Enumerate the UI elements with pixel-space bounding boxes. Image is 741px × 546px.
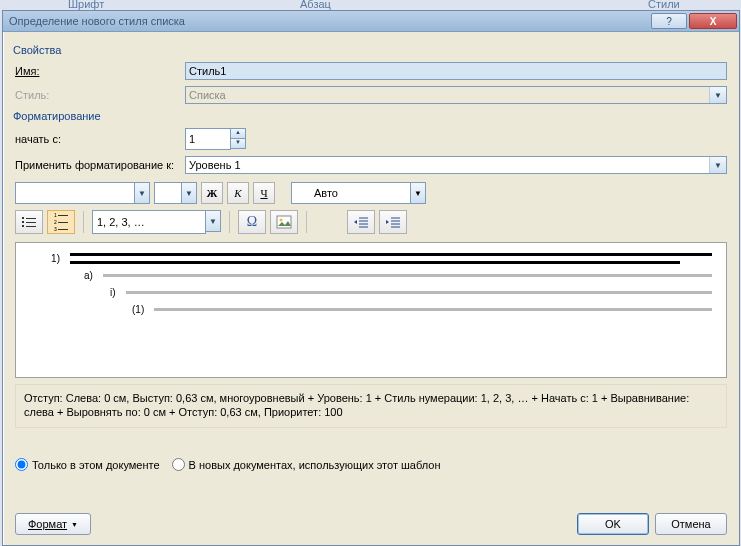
increase-indent-button[interactable] (379, 210, 407, 234)
number-format-select[interactable]: ▼ (92, 210, 221, 234)
preview-level4-num: (1) (132, 304, 144, 315)
font-color-label: Авто (314, 187, 338, 199)
bulleted-list-toggle[interactable] (15, 210, 43, 234)
separator (229, 211, 230, 233)
underline-button[interactable]: Ч (253, 182, 275, 204)
decrease-indent-button[interactable] (347, 210, 375, 234)
svg-rect-0 (277, 216, 291, 228)
start-at-input[interactable] (185, 128, 231, 150)
preview-level3-num: i) (110, 287, 116, 298)
style-type-label: Стиль: (15, 89, 185, 101)
formatting-caption: Форматирование (13, 110, 727, 122)
start-at-spinner[interactable]: ▲ ▼ (185, 128, 246, 150)
ok-button[interactable]: OK (577, 513, 649, 535)
radio-this-document[interactable]: Только в этом документе (15, 458, 160, 471)
radio-this-label: Только в этом документе (32, 459, 160, 471)
titlebar: Определение нового стиля списка ? X (3, 11, 739, 32)
ribbon-paragraph-label: Абзац (300, 0, 331, 10)
properties-caption: Свойства (13, 44, 727, 56)
help-button[interactable]: ? (651, 13, 687, 29)
ribbon-styles-label: Стили (648, 0, 680, 10)
font-family-select[interactable]: ▼ (15, 182, 150, 204)
ribbon-font-label: Шрифт (68, 0, 104, 10)
insert-picture-button[interactable] (270, 210, 298, 234)
font-size-select[interactable]: ▼ (154, 182, 197, 204)
format-menu-button[interactable]: Формат▼ (15, 513, 91, 535)
preview-level1-num: 1) (40, 253, 60, 264)
separator (83, 211, 84, 233)
radio-new-label: В новых документах, использующих этот ша… (189, 459, 441, 471)
numbered-list-toggle[interactable]: 123 (47, 210, 75, 234)
chevron-down-icon[interactable]: ▼ (135, 182, 150, 204)
style-type-select (185, 86, 727, 104)
font-color-select[interactable]: Авто ▼ (291, 182, 426, 204)
chevron-down-icon: ▼ (71, 521, 78, 528)
outdent-icon (353, 214, 369, 230)
spin-down-icon[interactable]: ▼ (231, 138, 246, 149)
dialog-title: Определение нового стиля списка (9, 15, 649, 27)
start-at-label: начать с: (15, 133, 185, 145)
preview-level2-num: a) (84, 270, 93, 281)
separator (306, 211, 307, 233)
italic-button[interactable]: К (227, 182, 249, 204)
style-description: Отступ: Слева: 0 см, Выступ: 0,63 см, мн… (15, 384, 727, 428)
name-label: Имя: (15, 65, 185, 77)
spin-up-icon[interactable]: ▲ (231, 128, 246, 138)
define-list-style-dialog: Определение нового стиля списка ? X Свой… (2, 10, 740, 546)
bold-button[interactable]: Ж (201, 182, 223, 204)
chevron-down-icon[interactable]: ▼ (182, 182, 197, 204)
numbers-icon: 123 (54, 213, 68, 232)
cancel-button[interactable]: Отмена (655, 513, 727, 535)
chevron-down-icon[interactable]: ▼ (206, 210, 221, 232)
apply-to-label: Применить форматирование к: (15, 159, 185, 171)
name-input[interactable] (185, 62, 727, 80)
insert-symbol-button[interactable]: Ω (238, 210, 266, 234)
apply-to-select[interactable] (185, 156, 727, 174)
bullets-icon (22, 217, 36, 227)
preview-pane: 1) a) i) (1) (15, 242, 727, 378)
radio-new-documents[interactable]: В новых документах, использующих этот ша… (172, 458, 441, 471)
close-button[interactable]: X (689, 13, 737, 29)
indent-icon (385, 214, 401, 230)
picture-icon (276, 214, 292, 230)
svg-point-1 (280, 219, 283, 222)
